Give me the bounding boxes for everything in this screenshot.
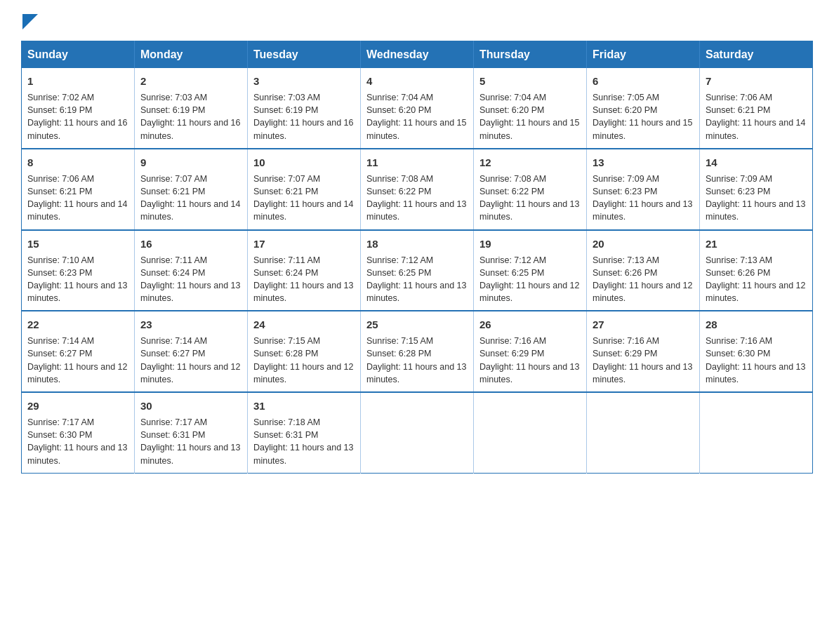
day-info: Sunrise: 7:11 AMSunset: 6:24 PMDaylight:… xyxy=(253,255,353,304)
column-header-wednesday: Wednesday xyxy=(361,41,474,69)
day-info: Sunrise: 7:07 AMSunset: 6:21 PMDaylight:… xyxy=(253,174,353,222)
calendar-cell xyxy=(474,392,587,473)
calendar-cell: 12 Sunrise: 7:08 AMSunset: 6:22 PMDaylig… xyxy=(474,149,587,230)
calendar-cell: 3 Sunrise: 7:03 AMSunset: 6:19 PMDayligh… xyxy=(248,68,361,149)
day-number: 3 xyxy=(253,74,355,88)
calendar-cell: 21 Sunrise: 7:13 AMSunset: 6:26 PMDaylig… xyxy=(700,230,813,311)
day-info: Sunrise: 7:05 AMSunset: 6:20 PMDaylight:… xyxy=(593,93,692,141)
column-header-friday: Friday xyxy=(587,41,700,69)
column-header-sunday: Sunday xyxy=(22,41,135,69)
day-info: Sunrise: 7:11 AMSunset: 6:24 PMDaylight:… xyxy=(140,255,240,304)
calendar-cell: 6 Sunrise: 7:05 AMSunset: 6:20 PMDayligh… xyxy=(587,68,700,149)
page-header xyxy=(21,14,813,27)
day-number: 24 xyxy=(253,317,355,332)
logo-triangle-icon xyxy=(22,14,38,29)
day-number: 19 xyxy=(479,236,581,251)
day-info: Sunrise: 7:12 AMSunset: 6:25 PMDaylight:… xyxy=(479,255,579,304)
day-info: Sunrise: 7:14 AMSunset: 6:27 PMDaylight:… xyxy=(27,336,127,384)
calendar-cell: 31 Sunrise: 7:18 AMSunset: 6:31 PMDaylig… xyxy=(248,392,361,473)
day-number: 1 xyxy=(27,74,128,88)
day-number: 7 xyxy=(706,74,807,88)
calendar-week-row: 8 Sunrise: 7:06 AMSunset: 6:21 PMDayligh… xyxy=(22,149,813,230)
day-info: Sunrise: 7:14 AMSunset: 6:27 PMDaylight:… xyxy=(140,336,240,384)
day-number: 4 xyxy=(366,74,468,88)
calendar-cell: 30 Sunrise: 7:17 AMSunset: 6:31 PMDaylig… xyxy=(135,392,248,473)
day-info: Sunrise: 7:15 AMSunset: 6:28 PMDaylight:… xyxy=(366,336,466,384)
day-number: 10 xyxy=(253,155,355,170)
calendar-cell: 15 Sunrise: 7:10 AMSunset: 6:23 PMDaylig… xyxy=(22,230,135,311)
day-number: 8 xyxy=(27,155,128,170)
day-info: Sunrise: 7:03 AMSunset: 6:19 PMDaylight:… xyxy=(253,93,353,141)
calendar-cell: 27 Sunrise: 7:16 AMSunset: 6:29 PMDaylig… xyxy=(587,311,700,392)
calendar-cell: 9 Sunrise: 7:07 AMSunset: 6:21 PMDayligh… xyxy=(135,149,248,230)
day-number: 13 xyxy=(593,155,694,170)
calendar-cell xyxy=(587,392,700,473)
calendar-cell: 4 Sunrise: 7:04 AMSunset: 6:20 PMDayligh… xyxy=(361,68,474,149)
day-info: Sunrise: 7:16 AMSunset: 6:30 PMDaylight:… xyxy=(706,336,805,384)
day-info: Sunrise: 7:09 AMSunset: 6:23 PMDaylight:… xyxy=(593,174,692,222)
day-number: 18 xyxy=(366,236,468,251)
day-info: Sunrise: 7:16 AMSunset: 6:29 PMDaylight:… xyxy=(593,336,692,384)
day-info: Sunrise: 7:17 AMSunset: 6:31 PMDaylight:… xyxy=(140,417,240,466)
day-number: 17 xyxy=(253,236,355,251)
day-number: 27 xyxy=(593,317,694,332)
calendar-cell xyxy=(700,392,813,473)
day-info: Sunrise: 7:17 AMSunset: 6:30 PMDaylight:… xyxy=(27,417,127,466)
day-number: 16 xyxy=(140,236,241,251)
day-info: Sunrise: 7:15 AMSunset: 6:28 PMDaylight:… xyxy=(253,336,353,384)
column-header-tuesday: Tuesday xyxy=(248,41,361,69)
day-number: 6 xyxy=(593,74,694,88)
calendar-cell: 25 Sunrise: 7:15 AMSunset: 6:28 PMDaylig… xyxy=(361,311,474,392)
calendar-week-row: 1 Sunrise: 7:02 AMSunset: 6:19 PMDayligh… xyxy=(22,68,813,149)
calendar-cell xyxy=(361,392,474,473)
day-info: Sunrise: 7:13 AMSunset: 6:26 PMDaylight:… xyxy=(706,255,805,304)
calendar-cell: 2 Sunrise: 7:03 AMSunset: 6:19 PMDayligh… xyxy=(135,68,248,149)
column-header-thursday: Thursday xyxy=(474,41,587,69)
calendar-cell: 7 Sunrise: 7:06 AMSunset: 6:21 PMDayligh… xyxy=(700,68,813,149)
day-number: 31 xyxy=(253,398,355,413)
day-number: 12 xyxy=(479,155,581,170)
day-info: Sunrise: 7:04 AMSunset: 6:20 PMDaylight:… xyxy=(366,93,466,141)
day-number: 23 xyxy=(140,317,241,332)
day-number: 15 xyxy=(27,236,128,251)
day-info: Sunrise: 7:09 AMSunset: 6:23 PMDaylight:… xyxy=(706,174,805,222)
calendar-cell: 18 Sunrise: 7:12 AMSunset: 6:25 PMDaylig… xyxy=(361,230,474,311)
calendar-cell: 5 Sunrise: 7:04 AMSunset: 6:20 PMDayligh… xyxy=(474,68,587,149)
calendar-cell: 23 Sunrise: 7:14 AMSunset: 6:27 PMDaylig… xyxy=(135,311,248,392)
day-number: 21 xyxy=(706,236,807,251)
calendar-cell: 10 Sunrise: 7:07 AMSunset: 6:21 PMDaylig… xyxy=(248,149,361,230)
logo xyxy=(21,14,38,27)
column-header-saturday: Saturday xyxy=(700,41,813,69)
calendar-cell: 14 Sunrise: 7:09 AMSunset: 6:23 PMDaylig… xyxy=(700,149,813,230)
calendar-cell: 29 Sunrise: 7:17 AMSunset: 6:30 PMDaylig… xyxy=(22,392,135,473)
day-info: Sunrise: 7:16 AMSunset: 6:29 PMDaylight:… xyxy=(479,336,579,384)
day-number: 22 xyxy=(27,317,128,332)
day-info: Sunrise: 7:12 AMSunset: 6:25 PMDaylight:… xyxy=(366,255,466,304)
column-header-monday: Monday xyxy=(135,41,248,69)
day-info: Sunrise: 7:03 AMSunset: 6:19 PMDaylight:… xyxy=(140,93,240,141)
svg-marker-0 xyxy=(22,14,38,29)
calendar-cell: 8 Sunrise: 7:06 AMSunset: 6:21 PMDayligh… xyxy=(22,149,135,230)
day-number: 29 xyxy=(27,398,128,413)
day-info: Sunrise: 7:06 AMSunset: 6:21 PMDaylight:… xyxy=(27,174,127,222)
day-number: 5 xyxy=(479,74,581,88)
day-info: Sunrise: 7:06 AMSunset: 6:21 PMDaylight:… xyxy=(706,93,805,141)
calendar-cell: 1 Sunrise: 7:02 AMSunset: 6:19 PMDayligh… xyxy=(22,68,135,149)
day-number: 25 xyxy=(366,317,468,332)
day-info: Sunrise: 7:10 AMSunset: 6:23 PMDaylight:… xyxy=(27,255,127,304)
day-info: Sunrise: 7:18 AMSunset: 6:31 PMDaylight:… xyxy=(253,417,353,466)
day-number: 14 xyxy=(706,155,807,170)
day-info: Sunrise: 7:04 AMSunset: 6:20 PMDaylight:… xyxy=(479,93,579,141)
calendar-cell: 13 Sunrise: 7:09 AMSunset: 6:23 PMDaylig… xyxy=(587,149,700,230)
calendar-week-row: 29 Sunrise: 7:17 AMSunset: 6:30 PMDaylig… xyxy=(22,392,813,473)
day-info: Sunrise: 7:07 AMSunset: 6:21 PMDaylight:… xyxy=(140,174,240,222)
day-number: 11 xyxy=(366,155,468,170)
calendar-cell: 20 Sunrise: 7:13 AMSunset: 6:26 PMDaylig… xyxy=(587,230,700,311)
calendar-week-row: 15 Sunrise: 7:10 AMSunset: 6:23 PMDaylig… xyxy=(22,230,813,311)
calendar-week-row: 22 Sunrise: 7:14 AMSunset: 6:27 PMDaylig… xyxy=(22,311,813,392)
day-info: Sunrise: 7:13 AMSunset: 6:26 PMDaylight:… xyxy=(593,255,692,304)
day-info: Sunrise: 7:02 AMSunset: 6:19 PMDaylight:… xyxy=(27,93,127,141)
calendar-cell: 22 Sunrise: 7:14 AMSunset: 6:27 PMDaylig… xyxy=(22,311,135,392)
calendar-header-row: SundayMondayTuesdayWednesdayThursdayFrid… xyxy=(22,41,813,69)
calendar-cell: 16 Sunrise: 7:11 AMSunset: 6:24 PMDaylig… xyxy=(135,230,248,311)
